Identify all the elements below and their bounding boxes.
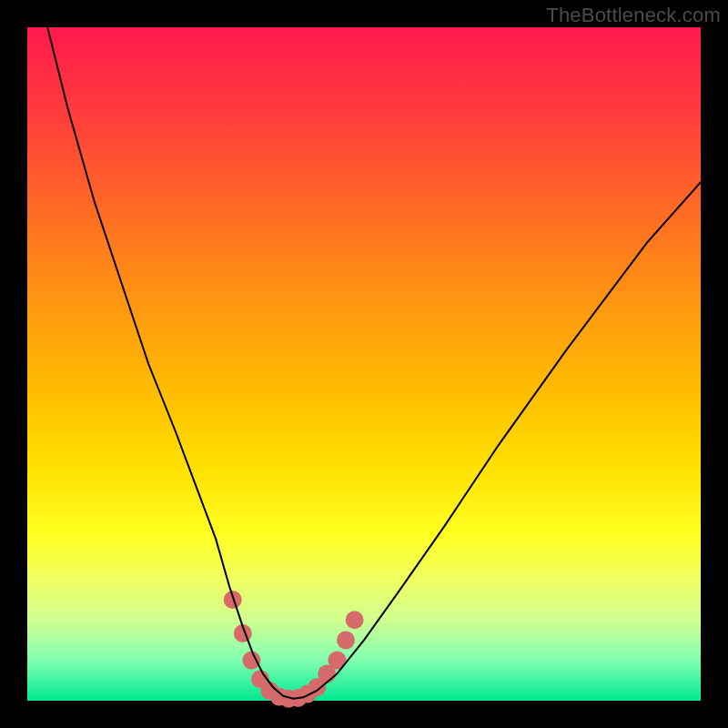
chart-frame <box>27 27 701 701</box>
trough-marker <box>337 631 355 649</box>
trough-marker <box>224 591 242 609</box>
trough-marker <box>346 611 364 629</box>
chart-svg <box>27 27 701 701</box>
watermark-text: TheBottleneck.com <box>546 4 721 27</box>
bottleneck-curve <box>47 27 701 699</box>
trough-markers-layer <box>224 591 364 708</box>
trough-marker <box>242 652 260 670</box>
